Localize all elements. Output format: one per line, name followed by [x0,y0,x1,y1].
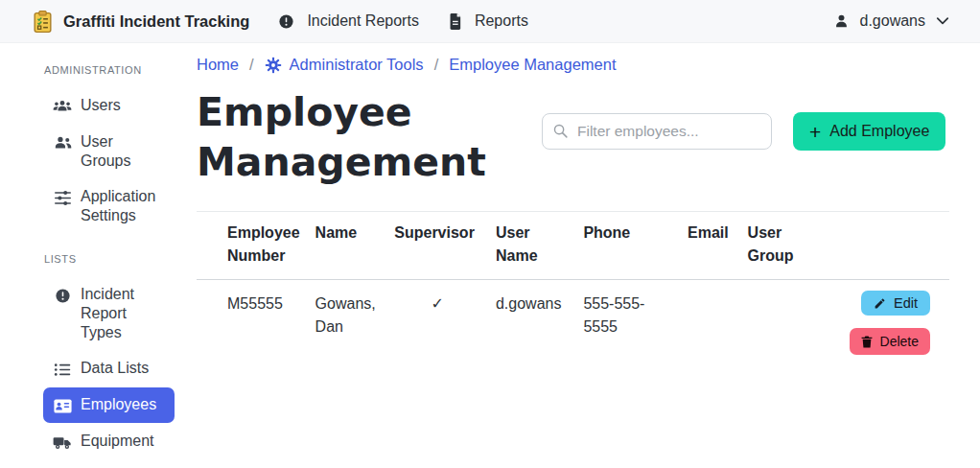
plus-icon: + [809,122,821,142]
add-employee-button[interactable]: + Add Employee [793,112,945,151]
breadcrumb-administrator-tools[interactable]: Administrator Tools [265,56,424,74]
users-icon [53,97,72,116]
nav-reports[interactable]: Reports [448,12,528,30]
sidebar-item-users[interactable]: Users [43,88,175,124]
col-header-employee-number: Employee Number [197,212,308,280]
gear-icon [265,57,282,74]
page-title: Employee Management [197,87,542,187]
sidebar-item-label: Users [81,96,121,115]
sidebar-item-incident-report-types[interactable]: Incident Report Types [43,277,175,350]
sidebar-item-data-lists[interactable]: Data Lists [43,351,175,386]
sidebar-item-application-settings[interactable]: Application Settings [43,179,175,233]
user-group-icon [53,133,72,152]
col-header-user-group: User Group [740,212,816,280]
nav-link-label: Incident Reports [307,12,419,30]
col-header-name: Name [308,212,387,280]
sidebar-item-label: Application Settings [81,187,165,225]
table-row: M55555 Gowans, Dan ✓ d.gowans 555-555-55… [197,280,949,368]
sliders-icon [53,188,72,207]
breadcrumb-label: Home [197,56,239,74]
breadcrumb-home[interactable]: Home [197,56,239,74]
sidebar-item-employees[interactable]: Employees [43,387,175,423]
nav-link-label: Reports [475,12,528,30]
trash-icon [861,336,873,348]
col-header-email: Email [680,212,740,280]
sidebar-item-label: Data Lists [81,359,149,378]
delete-label: Delete [880,334,919,349]
app-title: Graffiti Incident Tracking [63,12,249,31]
person-icon [833,13,850,30]
section-label-administration: ADMINISTRATION [44,64,175,76]
sidebar-item-equipment[interactable]: Equipment [43,424,175,459]
edit-label: Edit [894,295,918,311]
sidebar-item-label: Incident Report Types [81,285,165,342]
id-card-icon [53,396,72,415]
pencil-icon [874,297,886,310]
app-brand[interactable]: Graffiti Incident Tracking [31,10,249,34]
navbar-links: Incident Reports Reports [278,12,528,30]
filter-employees-input[interactable] [542,113,772,150]
chevron-down-icon [936,16,949,26]
filter-search [542,113,772,150]
row-actions: Edit Delete [823,291,942,355]
table-header-row: Employee Number Name Supervisor User Nam… [197,212,949,280]
list-icon [53,360,72,379]
truck-icon [53,433,72,452]
cell-employee-number: M55555 [197,280,308,368]
delete-button[interactable]: Delete [850,328,930,355]
sidebar-item-label: User Groups [81,132,165,171]
search-icon [552,123,569,139]
user-menu[interactable]: d.gowans [833,12,950,30]
clipboard-logo-icon [31,10,55,34]
breadcrumb-label: Administrator Tools [290,56,424,74]
page-header: Employee Management + Add Employee [197,87,949,187]
main-content: Home / [188,43,980,468]
col-header-supervisor: Supervisor [386,212,488,280]
breadcrumb: Home / [197,56,949,74]
add-employee-label: Add Employee [829,123,929,140]
employees-table: Employee Number Name Supervisor User Nam… [197,211,949,367]
cell-phone: 555-555-5555 [575,280,680,368]
sidebar-item-label: Equipment [81,432,154,451]
sidebar-item-locations[interactable]: Locations [43,460,175,468]
top-navbar: Graffiti Incident Tracking Incident Repo… [0,0,980,43]
breadcrumb-separator: / [434,56,439,74]
edit-button[interactable]: Edit [861,291,930,316]
nav-incident-reports[interactable]: Incident Reports [278,12,419,30]
cell-user-name: d.gowans [488,280,575,368]
section-label-lists: LISTS [44,253,175,265]
exclamation-circle-icon [53,286,72,305]
sidebar-item-user-groups[interactable]: User Groups [43,125,175,178]
col-header-actions [815,212,949,280]
user-name-label: d.gowans [860,12,926,30]
col-header-user-name: User Name [488,212,575,280]
admin-sidebar: ADMINISTRATION Users [0,43,188,468]
cell-email [680,280,740,368]
breadcrumb-employee-management[interactable]: Employee Management [449,56,616,74]
cell-supervisor-check: ✓ [386,280,488,368]
col-header-phone: Phone [575,212,680,280]
document-icon [448,13,462,30]
exclamation-circle-icon [278,13,294,30]
sidebar-item-label: Employees [81,395,156,414]
breadcrumb-separator: / [249,56,254,74]
cell-user-group [740,280,816,368]
breadcrumb-label: Employee Management [449,56,616,74]
cell-name: Gowans, Dan [308,280,387,368]
